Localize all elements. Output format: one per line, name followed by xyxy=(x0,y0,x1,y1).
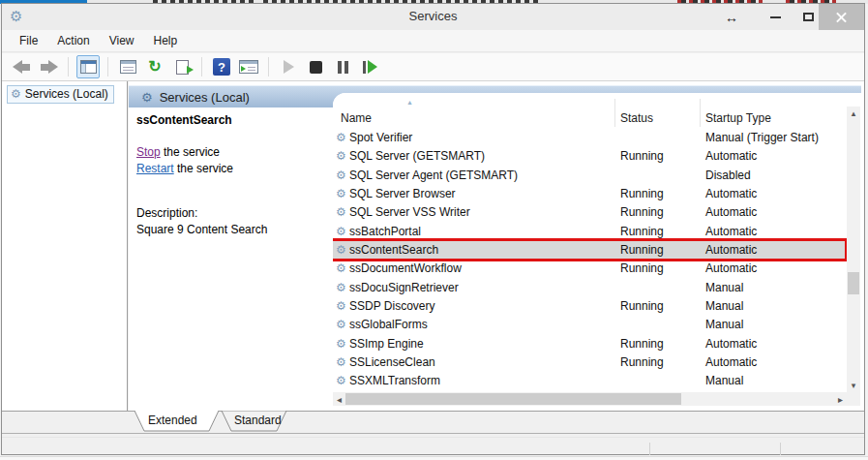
table-row[interactable]: ⚙ Spot Verifier Manual (Trigger Start) xyxy=(333,129,847,147)
show-action-pane-button[interactable] xyxy=(237,55,260,78)
toolbar-separator xyxy=(268,57,269,77)
status-bar-inner xyxy=(2,437,864,453)
cell-startup-type: Disabled xyxy=(705,169,751,182)
scroll-right-icon[interactable]: ▸ xyxy=(834,392,847,406)
table-row[interactable]: ⚙ SQL Server Browser Running Automatic xyxy=(333,185,847,203)
menu-action[interactable]: Action xyxy=(47,32,99,49)
cell-status: Running xyxy=(620,337,664,351)
table-row[interactable]: ⚙ SSXMLTransform Manual xyxy=(333,372,847,390)
column-divider[interactable] xyxy=(700,99,701,127)
description-text: Square 9 Content Search xyxy=(136,223,267,236)
horizontal-scroll-thumb[interactable] xyxy=(345,393,681,405)
action-pane-icon xyxy=(239,60,258,74)
refresh-button[interactable]: ↻ xyxy=(143,55,166,78)
tree-item-services-local[interactable]: ⚙ Services (Local) xyxy=(7,85,114,104)
properties-icon xyxy=(120,60,136,74)
menu-bar: File Action View Help xyxy=(2,30,864,52)
table-row[interactable]: ⚙ SQL Server Agent (GETSMART) Disabled xyxy=(333,167,847,185)
cell-name: ssDocumentWorkflow xyxy=(349,261,462,275)
services-window: ⚙ Services ↔ File Action View Help ↻ ? xyxy=(1,3,865,455)
scroll-down-icon[interactable]: ▾ xyxy=(847,379,860,392)
view-tabs: Extended Standard xyxy=(2,411,864,433)
column-divider[interactable] xyxy=(614,99,615,127)
tab-extended[interactable]: Extended xyxy=(148,414,197,427)
table-row[interactable]: ⚙ ssBatchPortal Running Automatic xyxy=(333,223,847,241)
service-gear-icon: ⚙ xyxy=(336,206,346,218)
cell-name: ssContentSearch xyxy=(349,243,438,257)
service-list-card: ▲ Name Status Startup Type ⚙ Spot Verifi… xyxy=(333,93,861,411)
stop-line-text: the service xyxy=(161,145,220,159)
cell-status: Running xyxy=(620,261,664,275)
tab-standard[interactable]: Standard xyxy=(234,414,282,427)
table-row[interactable]: ⚙ SSLicenseClean Running Automatic xyxy=(333,353,847,372)
restart-service-link[interactable]: Restart xyxy=(136,162,174,175)
vertical-scroll-thumb[interactable] xyxy=(848,272,859,294)
service-gear-icon: ⚙ xyxy=(336,300,346,312)
vertical-scrollbar[interactable]: ▴ ▾ xyxy=(847,107,860,392)
cell-name: SSImp Engine xyxy=(349,337,424,351)
show-console-tree-button[interactable] xyxy=(76,55,100,78)
forward-button[interactable] xyxy=(37,55,60,78)
service-gear-icon: ⚙ xyxy=(336,169,346,181)
status-bar-divider xyxy=(649,443,650,455)
table-row[interactable]: ⚙ ssDocumentWorkflow Running Automatic xyxy=(333,260,847,278)
cell-startup-type: Manual (Trigger Start) xyxy=(705,131,819,144)
cell-status: Running xyxy=(620,355,664,369)
menu-help[interactable]: Help xyxy=(144,32,188,49)
table-row[interactable]: ⚙ SQL Server (GETSMART) Running Automati… xyxy=(333,147,847,166)
column-header-status[interactable]: Status xyxy=(620,111,653,125)
toolbar: ↻ ? xyxy=(2,53,864,81)
table-row[interactable]: ⚙ ssDocuSignRetriever Manual xyxy=(333,279,847,297)
help-icon: ? xyxy=(213,58,230,76)
cell-name: SQL Server (GETSMART) xyxy=(349,149,485,163)
back-arrow-icon xyxy=(13,60,31,75)
service-gear-icon: ⚙ xyxy=(336,150,346,162)
table-row[interactable]: ⚙ ssContentSearch Running Automatic xyxy=(333,241,847,260)
minimize-button[interactable] xyxy=(763,4,788,30)
cell-name: SSDP Discovery xyxy=(349,299,434,313)
services-pane: ⚙ Services (Local) ssContentSearch Stop … xyxy=(129,81,864,411)
close-button[interactable] xyxy=(819,4,864,30)
toolbar-separator xyxy=(68,57,69,77)
pause-service-button[interactable] xyxy=(331,55,354,78)
start-service-button[interactable] xyxy=(277,55,300,78)
service-gear-icon: ⚙ xyxy=(336,319,346,330)
cell-startup-type: Manual xyxy=(705,318,743,331)
maximize-button[interactable] xyxy=(795,4,821,30)
cell-name: ssGlobalForms xyxy=(349,318,428,331)
stop-service-link[interactable]: Stop xyxy=(136,145,161,159)
main-area: ⚙ Services (Local) ⚙ Services (Local) ss… xyxy=(2,81,864,411)
table-row[interactable]: ⚙ SQL Server VSS Writer Running Automati… xyxy=(333,203,847,222)
restart-service-button[interactable] xyxy=(358,55,381,78)
properties-button[interactable] xyxy=(116,55,139,78)
sort-ascending-icon: ▲ xyxy=(406,99,413,106)
status-bar-divider xyxy=(780,443,781,455)
cell-startup-type: Manual xyxy=(705,374,743,387)
service-rows: ⚙ Spot Verifier Manual (Trigger Start) ⚙… xyxy=(333,129,847,392)
table-row[interactable]: ⚙ SSDP Discovery Running Manual xyxy=(333,297,847,316)
cell-name: SQL Server Browser xyxy=(349,187,456,200)
stop-icon xyxy=(310,61,322,74)
export-list-button[interactable] xyxy=(170,55,194,78)
cell-status: Running xyxy=(620,187,664,200)
menu-view[interactable]: View xyxy=(100,32,144,49)
back-button[interactable] xyxy=(10,55,33,78)
description-label: Description: xyxy=(136,206,197,220)
table-row[interactable]: ⚙ ssGlobalForms Manual xyxy=(333,316,847,334)
selected-service-name: ssContentSearch xyxy=(136,113,232,127)
tab-shapes xyxy=(2,411,864,433)
pane-header-gear-icon: ⚙ xyxy=(141,91,153,104)
horizontal-scrollbar[interactable]: ◂ ▸ xyxy=(333,392,847,406)
title-bar[interactable]: ⚙ Services ↔ xyxy=(2,4,864,30)
table-row[interactable]: ⚙ SSImp Engine Running Automatic xyxy=(333,335,847,353)
scroll-up-icon[interactable]: ▴ xyxy=(847,107,860,120)
forward-arrow-icon xyxy=(40,60,58,75)
column-header-name[interactable]: Name xyxy=(341,111,372,125)
column-header-startup-type[interactable]: Startup Type xyxy=(705,111,771,125)
stop-service-button[interactable] xyxy=(304,55,327,78)
cell-name: SSXMLTransform xyxy=(349,374,440,387)
play-icon xyxy=(284,60,294,74)
scroll-left-icon[interactable]: ◂ xyxy=(333,392,345,406)
help-button[interactable]: ? xyxy=(210,55,233,78)
menu-file[interactable]: File xyxy=(10,32,47,49)
